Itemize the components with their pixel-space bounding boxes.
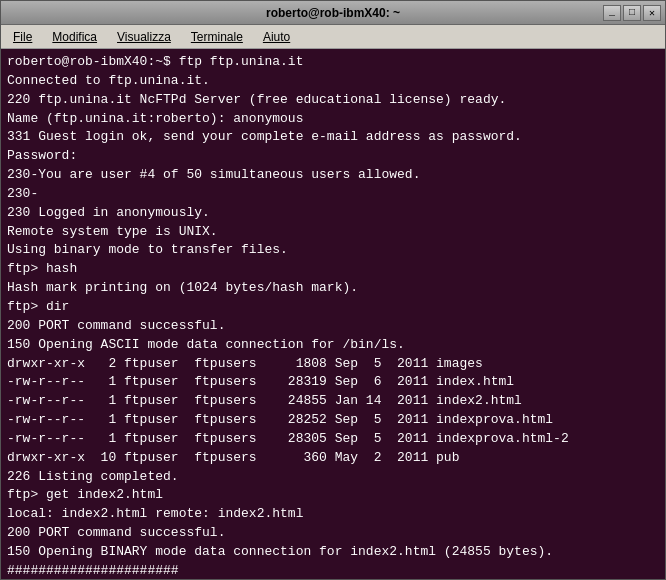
menu-modifica[interactable]: Modifica: [44, 28, 105, 46]
window-controls: _ □ ✕: [603, 5, 661, 21]
menu-aiuto[interactable]: Aiuto: [255, 28, 298, 46]
terminal-output: roberto@rob-ibmX40:~$ ftp ftp.unina.it C…: [7, 53, 659, 579]
minimize-button[interactable]: _: [603, 5, 621, 21]
title-bar: roberto@rob-ibmX40: ~ _ □ ✕: [1, 1, 665, 25]
terminal-window: roberto@rob-ibmX40: ~ _ □ ✕ File Modific…: [0, 0, 666, 580]
close-button[interactable]: ✕: [643, 5, 661, 21]
terminal-body[interactable]: roberto@rob-ibmX40:~$ ftp ftp.unina.it C…: [1, 49, 665, 579]
maximize-button[interactable]: □: [623, 5, 641, 21]
menu-bar: File Modifica Visualizza Terminale Aiuto: [1, 25, 665, 49]
menu-visualizza[interactable]: Visualizza: [109, 28, 179, 46]
menu-terminale[interactable]: Terminale: [183, 28, 251, 46]
menu-file[interactable]: File: [5, 28, 40, 46]
window-title: roberto@rob-ibmX40: ~: [266, 6, 400, 20]
